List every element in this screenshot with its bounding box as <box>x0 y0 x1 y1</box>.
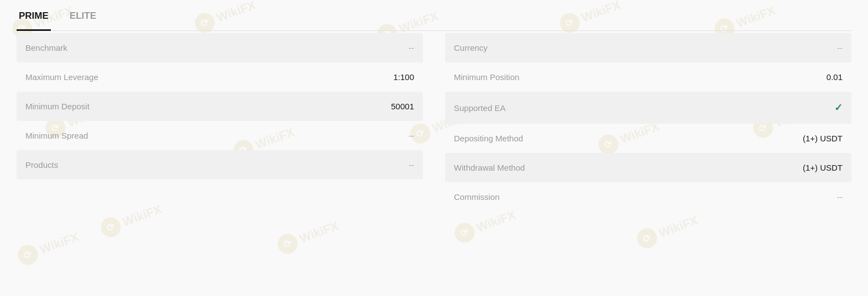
tab-bar: PRIME ELITE <box>17 0 851 31</box>
row-value: 1:100 <box>393 72 414 82</box>
content-grid: Benchmark--Maximum Leverage1:100Minimum … <box>17 33 851 212</box>
row-label: Supported EA <box>454 103 505 113</box>
row-value: (1+) USDT <box>803 134 843 143</box>
row-value: 0.01 <box>827 72 843 82</box>
table-row: Benchmark-- <box>17 33 423 62</box>
table-row: Minimum Deposit50001 <box>17 92 423 121</box>
left-column: Benchmark--Maximum Leverage1:100Minimum … <box>17 33 423 212</box>
tab-prime[interactable]: PRIME <box>17 1 51 31</box>
row-value: -- <box>409 43 414 52</box>
row-value: -- <box>409 160 414 170</box>
row-value: 50001 <box>391 102 414 111</box>
table-row: Depositing Method(1+) USDT <box>445 124 851 153</box>
table-row: Maximum Leverage1:100 <box>17 62 423 92</box>
row-value: -- <box>409 131 414 140</box>
main-container: PRIME ELITE Benchmark--Maximum Leverage1… <box>0 0 868 212</box>
table-row: Minimum Spread-- <box>17 121 423 150</box>
row-value: -- <box>837 43 843 52</box>
table-row: Minimum Position0.01 <box>445 62 851 92</box>
row-label: Minimum Position <box>454 72 519 82</box>
row-label: Currency <box>454 43 488 52</box>
row-label: Minimum Spread <box>25 131 88 140</box>
table-row: Supported EA✓ <box>445 92 851 124</box>
row-label: Benchmark <box>25 43 67 52</box>
row-label: Depositing Method <box>454 134 523 143</box>
row-value: (1+) USDT <box>803 163 843 172</box>
row-label: Maximum Leverage <box>25 72 98 82</box>
table-row: Products-- <box>17 150 423 179</box>
row-label: Withdrawal Method <box>454 163 525 172</box>
table-row: Currency-- <box>445 33 851 62</box>
row-label: Minimum Deposit <box>25 102 90 111</box>
right-column: Currency--Minimum Position0.01Supported … <box>445 33 851 212</box>
table-row: Commission-- <box>445 182 851 212</box>
table-row: Withdrawal Method(1+) USDT <box>445 153 851 182</box>
row-value: -- <box>837 192 843 202</box>
row-label: Commission <box>454 192 500 202</box>
row-label: Products <box>25 160 58 170</box>
tab-elite[interactable]: ELITE <box>67 1 98 31</box>
checkmark-icon: ✓ <box>834 102 843 114</box>
